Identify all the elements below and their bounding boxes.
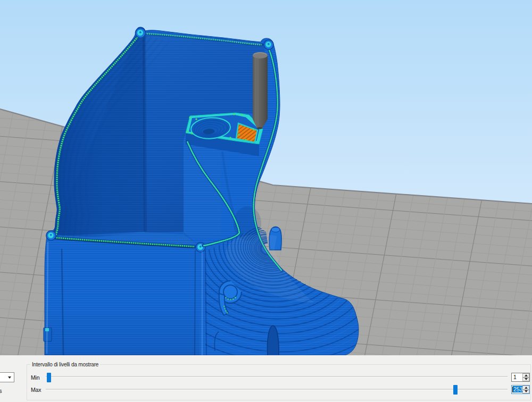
- min-spinbox-value[interactable]: 1: [512, 373, 522, 381]
- max-slider-track[interactable]: [46, 389, 508, 390]
- max-label: Max: [31, 387, 41, 393]
- min-spin-down-button[interactable]: [522, 378, 529, 382]
- viewport-3d[interactable]: [0, 0, 532, 355]
- min-spinbox[interactable]: 1: [511, 373, 530, 382]
- frontwall-shading: [45, 240, 200, 355]
- max-spin-buttons: [522, 386, 529, 393]
- cut-off-label: s: [0, 388, 2, 394]
- min-spin-up-button[interactable]: [522, 373, 529, 378]
- app-window: Intervallo di livelli da mostrare Min Ma…: [0, 0, 532, 402]
- max-spin-down-button[interactable]: [522, 390, 529, 394]
- max-spinbox-value[interactable]: 253: [512, 386, 522, 393]
- groupbox-title: Intervallo di livelli da mostrare: [30, 361, 100, 368]
- min-slider-thumb[interactable]: [47, 373, 51, 382]
- scene-3d-preview: [0, 0, 532, 355]
- max-spin-up-button[interactable]: [522, 386, 529, 390]
- layer-range-groupbox: Intervallo di livelli da mostrare: [27, 364, 531, 400]
- max-spinbox[interactable]: 253: [511, 385, 530, 394]
- up-arrow-icon: [525, 387, 528, 389]
- min-spin-buttons: [522, 373, 529, 381]
- selected-text: 253: [513, 386, 522, 392]
- max-slider-thumb[interactable]: [453, 385, 458, 395]
- layer-range-panel: Intervallo di livelli da mostrare Min Ma…: [0, 355, 532, 402]
- back-right-post: [264, 40, 273, 49]
- down-arrow-icon: [525, 378, 528, 380]
- min-label: Min: [31, 374, 39, 381]
- up-arrow-icon: [525, 374, 528, 376]
- support-rod: [253, 52, 268, 129]
- min-slider-track[interactable]: [46, 376, 508, 378]
- down-arrow-icon: [525, 390, 528, 392]
- back-left-post: [136, 28, 146, 38]
- view-option-combobox[interactable]: [0, 372, 14, 382]
- chevron-down-icon: [8, 376, 11, 379]
